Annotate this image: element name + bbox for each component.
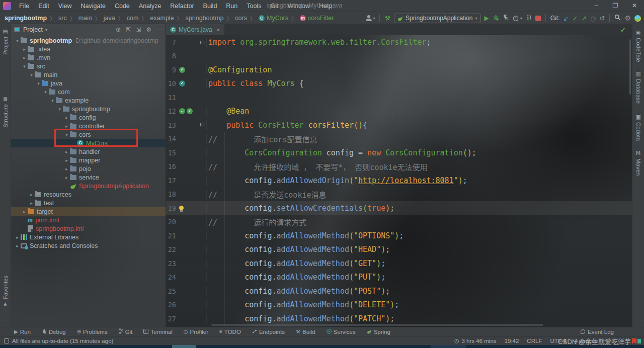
status-3-hrs-46-mins[interactable]: ◷3 hrs 46 mins [454, 337, 497, 344]
line-number[interactable]: 18 [166, 190, 176, 198]
tree-item-springbootmp[interactable]: ▾ springbootmpD:\github-demo\springbootm… [11, 36, 166, 45]
tool-button-favorites[interactable]: Favorites★ [0, 276, 11, 308]
tree-item-resources[interactable]: ▸ resources [11, 190, 166, 199]
menu-tools[interactable]: Tools [243, 2, 265, 11]
bean-navigate-icon[interactable]: ← [179, 108, 185, 114]
horizontal-scrollbar[interactable] [211, 324, 543, 326]
search-everywhere-icon[interactable] [614, 14, 621, 23]
run-button[interactable]: ▶ [485, 15, 489, 21]
chevron-icon[interactable]: ▾ [21, 64, 28, 69]
status-crlf[interactable]: CRLF [527, 338, 542, 344]
breadcrumb-corsfilter[interactable]: mcorsFilter [299, 15, 334, 22]
inspection-ok-icon[interactable]: ✓ [620, 26, 626, 34]
user-account-icon[interactable]: ▾ [366, 15, 375, 21]
tool-window-build[interactable]: ⚒Build [296, 329, 315, 335]
line-number[interactable]: 19 [166, 204, 176, 212]
chevron-icon[interactable]: ▸ [63, 124, 70, 129]
breadcrumb-cors[interactable]: cors [234, 15, 248, 22]
build-hammer-icon[interactable]: ⚒ [384, 15, 390, 22]
run-configuration-select[interactable]: SpringbootmpApplication ▾ [394, 14, 480, 23]
line-number[interactable]: 14 [166, 135, 176, 143]
tree-item--idea[interactable]: ▸ .idea [11, 45, 166, 53]
line-number[interactable]: 11 [166, 94, 176, 102]
tree-item-example[interactable]: ▾ example [11, 96, 166, 105]
tool-button-project[interactable]: ▤Project [0, 28, 11, 55]
chevron-icon[interactable]: ▸ [21, 47, 28, 52]
tool-button-codetale[interactable]: ◉ CodeTale [632, 29, 644, 62]
chevron-icon[interactable]: ▸ [21, 209, 28, 214]
line-number[interactable]: 8 [166, 52, 176, 60]
debug-button[interactable] [493, 14, 499, 23]
chevron-icon[interactable]: ▸ [21, 55, 28, 60]
stop-button[interactable] [535, 16, 541, 21]
git-rollback-icon[interactable]: ↺ [600, 15, 605, 22]
breadcrumb-springbootmp[interactable]: springbootmp [185, 15, 224, 22]
breadcrumb-mycors[interactable]: CMyCors [258, 15, 289, 22]
tree-item-main[interactable]: ▾ main [11, 70, 166, 79]
chevron-icon[interactable]: ▸ [63, 158, 70, 163]
vertical-scrollbar[interactable] [629, 39, 631, 95]
tool-window-git[interactable]: Git [119, 328, 133, 335]
tree-item-pojo[interactable]: ▸ pojo [11, 164, 166, 173]
tree-item-test[interactable]: ▸ test [11, 199, 166, 207]
line-number[interactable]: 17 [166, 177, 176, 185]
breadcrumb-src[interactable]: src [58, 15, 67, 22]
close-tab-icon[interactable]: ✕ [216, 27, 220, 33]
line-number[interactable]: 15 [166, 149, 176, 157]
chevron-icon[interactable]: ▾ [49, 98, 56, 103]
line-number[interactable]: 9 [166, 66, 176, 74]
tree-item-java[interactable]: ▾ java [11, 79, 166, 88]
spring-bean-class-icon[interactable]: ✓ [179, 80, 185, 86]
settings-gear-icon[interactable]: ⚙ [624, 15, 631, 22]
tool-window-endpoints[interactable]: Endpoints [252, 329, 285, 335]
line-number[interactable]: 7 [166, 38, 176, 46]
tree-item-handler[interactable]: ▸ handler [11, 147, 166, 156]
line-number[interactable]: 10 [166, 79, 176, 88]
menu-run[interactable]: Run [222, 2, 242, 11]
line-number[interactable]: 13 [166, 121, 176, 129]
breadcrumb-example[interactable]: example [149, 15, 174, 22]
tree-item--mvn[interactable]: ▸ .mvn [11, 53, 166, 62]
line-number[interactable]: 23 [166, 259, 176, 268]
chevron-icon[interactable]: ▸ [63, 166, 70, 171]
code-editor[interactable]: 7 import org.springframework.web.filter.… [166, 35, 632, 327]
expand-all-icon[interactable]: ⇱ [126, 26, 131, 33]
line-number[interactable]: 20 [166, 218, 176, 226]
chevron-icon[interactable]: ▸ [28, 192, 35, 197]
menu-view[interactable]: View [54, 2, 76, 11]
tab-mycors-java[interactable]: C MyCors.java ✕ [166, 24, 224, 35]
git-update-icon[interactable]: ↙ [563, 15, 569, 22]
menu-file[interactable]: File [15, 2, 33, 11]
line-number[interactable]: 25 [166, 287, 176, 295]
chevron-icon[interactable]: ▾ [35, 81, 42, 86]
tree-item-pom-xml[interactable]: mpom.xml [11, 216, 166, 224]
chevron-icon[interactable]: ▾ [42, 90, 49, 95]
close-button[interactable]: ✕ [625, 0, 644, 12]
tool-window-profiler[interactable]: ◷Profiler [184, 329, 208, 335]
tool-window-todo[interactable]: ≡TODO [219, 329, 241, 335]
breadcrumb-main[interactable]: main [78, 15, 93, 22]
panel-settings-gear-icon[interactable]: ⚙ [146, 26, 151, 33]
line-number[interactable]: 21 [166, 232, 176, 240]
event-log-button[interactable]: Event Log [581, 329, 614, 335]
git-history-icon[interactable]: ◷ [590, 15, 596, 22]
editor-area[interactable]: C MyCors.java ✕ 7 import org.springframe… [166, 24, 632, 327]
chevron-icon[interactable]: ▸ [63, 115, 70, 120]
tree-item-springbootmp-iml[interactable]: springbootmp.iml [11, 224, 166, 233]
menu-build[interactable]: Build [199, 2, 221, 11]
tool-button-maven[interactable]: Ⅿ Maven [632, 150, 644, 176]
tree-item-src[interactable]: ▾ src [11, 62, 166, 70]
fold-marker-icon[interactable] [200, 123, 205, 127]
breadcrumb-com[interactable]: com [126, 15, 139, 22]
tool-window-debug[interactable]: Debug [42, 329, 66, 335]
maximize-button[interactable]: ❐ [606, 0, 625, 12]
spring-bean-icon[interactable]: ✓ [179, 67, 185, 73]
git-commit-icon[interactable]: ✓ [572, 15, 578, 22]
menu-code[interactable]: Code [111, 2, 134, 11]
menu-edit[interactable]: Edit [34, 2, 53, 11]
breadcrumb-springbootmp[interactable]: springbootmp [4, 15, 47, 22]
chevron-icon[interactable]: ▸ [14, 243, 21, 248]
menu-analyze[interactable]: Analyze [135, 2, 165, 11]
line-number[interactable]: 22 [166, 245, 176, 253]
tool-button-codota[interactable]: ▣ Codota [632, 114, 644, 141]
